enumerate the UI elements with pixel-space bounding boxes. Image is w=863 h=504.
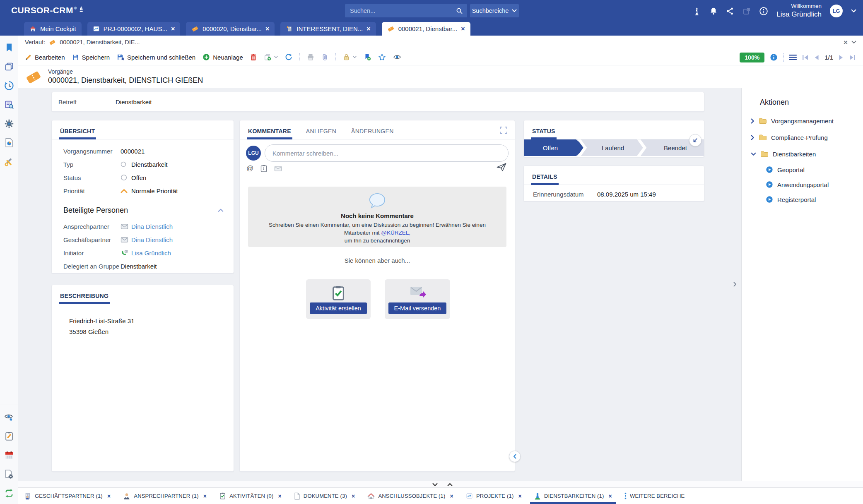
area-tab-projekte[interactable]: PROJEKTE (1): [466, 488, 522, 504]
help-icon[interactable]: [759, 7, 768, 16]
task-icon[interactable]: [260, 165, 267, 172]
action-geoportal[interactable]: Geoportal: [742, 162, 863, 177]
calendar-icon[interactable]: [4, 450, 14, 460]
collapse-up-icon[interactable]: [447, 483, 453, 487]
print-icon[interactable]: [307, 53, 314, 61]
comment-input[interactable]: [265, 144, 509, 162]
collapse-chevron-icon[interactable]: [218, 209, 224, 212]
status-step-laufend[interactable]: Laufend: [586, 139, 640, 156]
tab-anliegen[interactable]: ANLIEGEN: [306, 128, 336, 139]
folder-dienstbarkeiten[interactable]: Dienstbarkeiten: [742, 146, 863, 162]
action-anwendungsportal[interactable]: Anwendungsportal: [742, 177, 863, 192]
expand-icon[interactable]: [500, 127, 507, 134]
mail-icon[interactable]: [121, 237, 128, 243]
history-icon[interactable]: [4, 81, 14, 91]
history-chevron-icon[interactable]: [851, 41, 856, 44]
area-tab-anschlussobjekte[interactable]: ANSCHLUSSOBJEKTE (1): [367, 488, 453, 504]
mail-icon[interactable]: [121, 223, 128, 230]
first-page-icon[interactable]: [802, 55, 809, 60]
mail-icon[interactable]: [274, 166, 282, 172]
process-icon[interactable]: [4, 119, 14, 129]
lock-button[interactable]: [343, 53, 357, 61]
share-icon[interactable]: [726, 7, 734, 15]
user-menu-chevron-icon[interactable]: [851, 9, 856, 13]
collapse-down-icon[interactable]: [432, 483, 438, 487]
tab-0000020[interactable]: 0000020, Dienstbar...: [186, 22, 275, 36]
copy-button[interactable]: [264, 53, 278, 61]
send-email-tile[interactable]: E-Mail versenden: [385, 279, 450, 319]
user-avatar[interactable]: LG: [830, 5, 843, 17]
mention-link[interactable]: @KÜRZEL,: [381, 230, 410, 236]
area-tab-dienstbarkeiten[interactable]: DIENSTBARKEITEN (1): [534, 488, 612, 504]
prev-page-icon[interactable]: [814, 55, 819, 60]
info-icon[interactable]: [770, 53, 778, 61]
close-icon[interactable]: [203, 493, 207, 499]
create-new-button[interactable]: Neuanlage: [202, 53, 243, 61]
close-icon[interactable]: [265, 26, 269, 32]
save-and-close-button[interactable]: Speichern und schließen: [117, 53, 195, 61]
send-icon[interactable]: [497, 163, 506, 172]
tools-icon[interactable]: [4, 157, 14, 167]
search-list-icon[interactable]: [4, 100, 14, 110]
windows-icon[interactable]: [4, 62, 14, 72]
folder-vorgangsmanagement[interactable]: Vorgangsmanagement: [742, 113, 863, 129]
description-text[interactable]: Friedrich-List-Straße 31 35398 Gießen: [52, 304, 234, 338]
close-icon[interactable]: [278, 493, 281, 499]
star-icon[interactable]: [378, 53, 386, 61]
close-icon[interactable]: [450, 493, 453, 499]
search-areas-dropdown[interactable]: Suchbereiche: [470, 4, 519, 17]
people-section-header[interactable]: Beteiligte Personen: [52, 201, 234, 220]
action-registerportal[interactable]: Registerportal: [742, 192, 863, 207]
refresh-icon[interactable]: [285, 53, 292, 61]
next-page-icon[interactable]: [839, 55, 844, 60]
last-page-icon[interactable]: [849, 55, 856, 60]
sync-icon[interactable]: [4, 488, 14, 498]
external-link-icon[interactable]: [742, 7, 751, 15]
close-icon[interactable]: [352, 493, 355, 499]
edit-button[interactable]: Bearbeiten: [25, 54, 65, 61]
lighthouse-icon[interactable]: [692, 7, 701, 16]
eye-icon[interactable]: [393, 54, 401, 60]
area-tab-ansprechpartner[interactable]: ANSPRECHPARTNER (1): [123, 488, 207, 504]
area-tab-geschaeftspartner[interactable]: GESCHÄFTSPARTNER (1): [24, 488, 111, 504]
subject-value[interactable]: Dienstbarkeit: [116, 98, 152, 106]
notes-icon[interactable]: [4, 431, 14, 441]
search-icon[interactable]: [456, 7, 463, 14]
mention-at-icon[interactable]: @: [246, 164, 253, 173]
close-history-icon[interactable]: [844, 39, 848, 46]
send-email-button[interactable]: E-Mail versenden: [388, 302, 447, 314]
expand-actions-chevron-icon[interactable]: [733, 282, 737, 287]
area-tab-dokumente[interactable]: DOKUMENTE (3): [294, 488, 355, 504]
history-entry[interactable]: 0000021, Dienstbarkeit, DIE...: [60, 39, 140, 46]
tab-0000021-active[interactable]: 0000021, Dienstbar...: [382, 22, 470, 36]
close-icon[interactable]: [107, 493, 111, 499]
phone-mail-icon[interactable]: [121, 250, 128, 257]
save-button[interactable]: Speichern: [72, 54, 110, 61]
tab-aenderungen[interactable]: ÄNDERUNGEN: [351, 128, 394, 139]
search-input[interactable]: [349, 7, 456, 14]
bookmark-add-icon[interactable]: [364, 53, 371, 61]
tab-mein-cockpit[interactable]: Mein Cockpit: [24, 22, 82, 36]
folder-compliance-pruefung[interactable]: Compliance-Prüfung: [742, 129, 863, 146]
close-icon[interactable]: [609, 493, 612, 499]
area-tab-weitere-bereiche[interactable]: WEITERE BEREICHE: [624, 488, 685, 504]
document-settings-icon[interactable]: [4, 469, 14, 479]
notifications-bell-icon[interactable]: [709, 7, 718, 16]
delete-icon[interactable]: [250, 53, 257, 61]
close-icon[interactable]: [366, 26, 370, 32]
close-icon[interactable]: [518, 493, 522, 499]
create-activity-tile[interactable]: Aktivität erstellen: [306, 279, 371, 319]
tab-prj-0000002[interactable]: PRJ-0000002, HAUS...: [87, 22, 181, 36]
status-collapse-button[interactable]: [689, 134, 701, 146]
area-tab-aktivitaeten[interactable]: AKTIVITÄTEN (0): [219, 488, 282, 504]
tab-kommentare[interactable]: KOMMENTARE: [248, 128, 291, 139]
close-icon[interactable]: [461, 26, 465, 32]
create-activity-button[interactable]: Aktivität erstellen: [310, 302, 367, 314]
attachment-icon[interactable]: [321, 53, 328, 61]
reports-icon[interactable]: [4, 138, 14, 148]
tab-interessent[interactable]: INTERESSENT, DIEN...: [280, 22, 376, 36]
close-icon[interactable]: [171, 26, 175, 32]
zoom-badge[interactable]: 100%: [740, 53, 764, 62]
watchlist-icon[interactable]: [4, 412, 14, 422]
collapse-panel-button[interactable]: [509, 451, 521, 462]
